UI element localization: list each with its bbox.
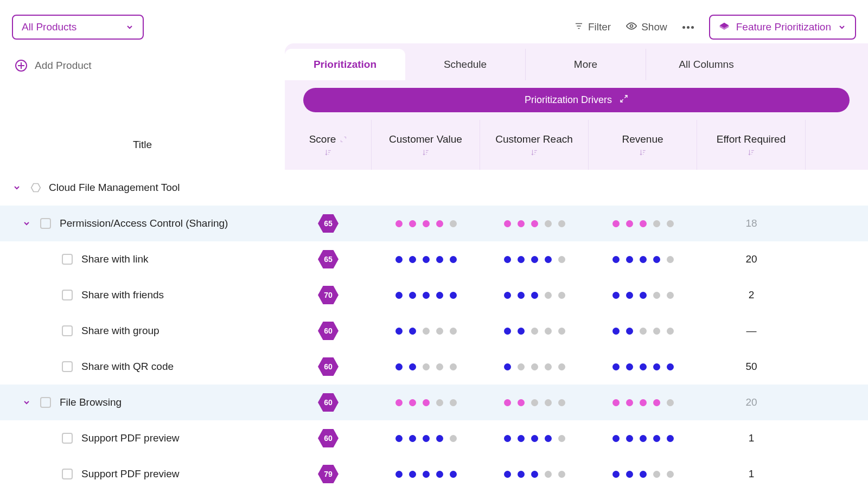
- dot: [640, 328, 647, 335]
- dot: [640, 399, 647, 406]
- add-product-label: Add Product: [35, 60, 92, 72]
- dot: [531, 292, 538, 299]
- tab-schedule[interactable]: Schedule: [405, 49, 526, 80]
- checkbox[interactable]: [62, 433, 73, 444]
- group-name: Permission/Access Control (Sharing): [60, 217, 228, 229]
- item-name: Share with group: [81, 325, 159, 337]
- svg-line-7: [621, 99, 623, 102]
- checkbox[interactable]: [62, 469, 73, 479]
- rating-dots[interactable]: [504, 292, 565, 299]
- dot: [612, 292, 620, 299]
- view-selector[interactable]: Feature Prioritization: [709, 15, 856, 40]
- svg-point-3: [630, 24, 633, 27]
- tab-all-columns[interactable]: All Columns: [646, 49, 767, 80]
- dot: [395, 220, 403, 227]
- dot: [545, 363, 552, 370]
- rating-dots[interactable]: [504, 363, 565, 370]
- rating-dots[interactable]: [612, 220, 674, 227]
- rating-dots[interactable]: [612, 471, 674, 478]
- hexagon-icon: [30, 182, 41, 193]
- chevron-down-icon[interactable]: [22, 219, 31, 228]
- dot: [504, 328, 511, 335]
- dot: [409, 292, 416, 299]
- tab-more[interactable]: More: [526, 49, 646, 80]
- rating-dots[interactable]: [504, 328, 565, 335]
- dot: [626, 435, 633, 442]
- checkbox[interactable]: [40, 218, 51, 229]
- column-header-customer-reach[interactable]: Customer Reach: [480, 120, 589, 170]
- dot: [667, 363, 674, 370]
- rating-dots[interactable]: [504, 435, 565, 442]
- tab-prioritization[interactable]: Prioritization: [285, 49, 405, 80]
- rating-dots[interactable]: [504, 399, 565, 406]
- dot: [640, 292, 647, 299]
- effort-value: 50: [745, 361, 757, 373]
- checkbox[interactable]: [62, 254, 73, 265]
- dot: [450, 292, 457, 299]
- prioritization-drivers-button[interactable]: Prioritization Drivers: [303, 88, 850, 112]
- dot: [518, 399, 525, 406]
- column-header-title[interactable]: Title: [0, 120, 285, 170]
- group-name: File Browsing: [60, 396, 122, 408]
- dot: [409, 399, 416, 406]
- rating-dots[interactable]: [612, 435, 674, 442]
- checkbox[interactable]: [62, 325, 73, 336]
- rating-dots[interactable]: [395, 471, 457, 478]
- show-button[interactable]: Show: [626, 21, 667, 34]
- dot: [423, 220, 430, 227]
- rating-dots[interactable]: [612, 292, 674, 299]
- dot: [558, 399, 565, 406]
- checkbox[interactable]: [40, 397, 51, 408]
- rating-dots[interactable]: [395, 328, 457, 335]
- filter-button[interactable]: Filter: [574, 21, 611, 34]
- chevron-down-icon[interactable]: [22, 398, 31, 407]
- chevron-down-icon[interactable]: [12, 183, 22, 193]
- dot: [450, 256, 457, 263]
- show-label: Show: [641, 21, 667, 33]
- dot: [423, 471, 430, 478]
- column-header-customer-value[interactable]: Customer Value: [372, 120, 480, 170]
- dot: [612, 328, 620, 335]
- rating-dots[interactable]: [395, 256, 457, 263]
- dot: [450, 220, 457, 227]
- dot: [450, 471, 457, 478]
- dot: [395, 256, 403, 263]
- rating-dots[interactable]: [395, 220, 457, 227]
- rating-dots[interactable]: [612, 363, 674, 370]
- rating-dots[interactable]: [504, 220, 565, 227]
- rating-dots[interactable]: [612, 328, 674, 335]
- dot: [558, 363, 565, 370]
- dot: [450, 363, 457, 370]
- dot: [436, 328, 443, 335]
- score-badge: 60: [318, 428, 339, 449]
- checkbox[interactable]: [62, 290, 73, 300]
- dot: [423, 435, 430, 442]
- rating-dots[interactable]: [395, 363, 457, 370]
- dot: [545, 435, 552, 442]
- column-header-score[interactable]: Score: [285, 120, 372, 170]
- rating-dots[interactable]: [395, 435, 457, 442]
- dot: [423, 328, 430, 335]
- expand-icon: [340, 133, 347, 145]
- rating-dots[interactable]: [504, 256, 565, 263]
- rating-dots[interactable]: [612, 399, 674, 406]
- item-name: Share with friends: [81, 289, 164, 301]
- more-menu-button[interactable]: [682, 26, 694, 29]
- column-header-revenue[interactable]: Revenue: [589, 120, 697, 170]
- rating-dots[interactable]: [504, 471, 565, 478]
- item-name: Share with QR code: [81, 361, 174, 373]
- checkbox[interactable]: [62, 361, 73, 372]
- dot: [395, 435, 403, 442]
- dot: [436, 435, 443, 442]
- column-header-effort[interactable]: Effort Required: [697, 120, 806, 170]
- dot: [504, 292, 511, 299]
- product-selector[interactable]: All Products: [12, 15, 144, 40]
- add-product-button[interactable]: Add Product: [0, 43, 285, 80]
- dot: [558, 256, 565, 263]
- dot: [531, 363, 538, 370]
- rating-dots[interactable]: [395, 292, 457, 299]
- rating-dots[interactable]: [395, 399, 457, 406]
- dot: [504, 220, 511, 227]
- dot: [504, 435, 511, 442]
- rating-dots[interactable]: [612, 256, 674, 263]
